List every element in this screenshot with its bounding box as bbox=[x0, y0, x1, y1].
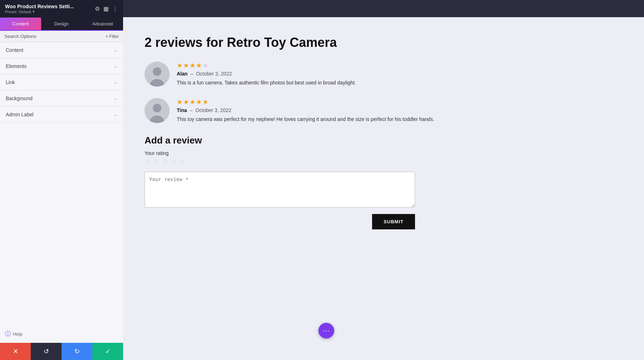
panel-header-icons: ⚙ ▦ ⋮ bbox=[95, 5, 118, 12]
review-content-1: ★ ★ ★ ★ ★ Alan – October 3, 2022 This is… bbox=[177, 62, 623, 87]
content-area: 2 reviews for Retro Toy Camera ★ ★ ★ ★ ★ bbox=[123, 17, 644, 360]
settings-icon[interactable]: ⚙ bbox=[95, 5, 100, 12]
chevron-down-icon: ⌄ bbox=[114, 80, 117, 85]
accordion-item-background[interactable]: Background ⌄ bbox=[0, 91, 123, 107]
add-review-title: Add a review bbox=[145, 135, 623, 146]
help-label: Help bbox=[13, 331, 23, 337]
star-filled: ★ bbox=[177, 98, 182, 106]
accordion-item-admin-label[interactable]: Admin Label ⌄ bbox=[0, 107, 123, 123]
svg-point-1 bbox=[153, 67, 161, 76]
left-panel: Woo Product Reviews Setti... Preset: Def… bbox=[0, 0, 123, 360]
chevron-down-icon: ⌄ bbox=[114, 64, 117, 69]
star-filled: ★ bbox=[190, 62, 195, 69]
review-text-1: This is a fun camera. Takes authentic fi… bbox=[177, 79, 623, 87]
add-review-section: Add a review Your rating ☆ ☆ ☆ ☆ ☆ SUBMI… bbox=[145, 135, 623, 229]
undo-button[interactable]: ↺ bbox=[31, 343, 62, 360]
avatar-2 bbox=[145, 98, 170, 123]
floating-dots-button[interactable]: ⋯ bbox=[318, 323, 334, 339]
panel-header: Woo Product Reviews Setti... Preset: Def… bbox=[0, 0, 123, 18]
rating-star-1[interactable]: ☆ bbox=[145, 157, 152, 167]
avatar-1 bbox=[145, 62, 170, 87]
star-filled: ★ bbox=[203, 98, 208, 106]
accordion-item-content[interactable]: Content ⌄ bbox=[0, 42, 123, 58]
accordion-item-link[interactable]: Link ⌄ bbox=[0, 74, 123, 91]
star-filled: ★ bbox=[177, 62, 182, 69]
star-filled: ★ bbox=[196, 62, 202, 69]
accordion-item-elements[interactable]: Elements ⌄ bbox=[0, 58, 123, 74]
chevron-down-icon: ⌄ bbox=[114, 48, 117, 53]
review-content-2: ★ ★ ★ ★ ★ Tina – October 3, 2022 This to… bbox=[177, 98, 623, 123]
more-icon[interactable]: ⋮ bbox=[112, 5, 118, 12]
main-area: 2 reviews for Retro Toy Camera ★ ★ ★ ★ ★ bbox=[123, 0, 644, 360]
submit-button[interactable]: SUBMIT bbox=[372, 214, 415, 229]
review-item-1: ★ ★ ★ ★ ★ Alan – October 3, 2022 This is… bbox=[145, 62, 623, 87]
accordion-list: Content ⌄ Elements ⌄ Link ⌄ Background ⌄… bbox=[0, 42, 123, 325]
search-bar: Search Options + Filter bbox=[0, 31, 123, 42]
star-empty: ★ bbox=[203, 62, 208, 69]
reviewer-name-2: Tina – October 3, 2022 bbox=[177, 107, 623, 113]
svg-point-4 bbox=[153, 104, 161, 112]
layout-icon[interactable]: ▦ bbox=[103, 5, 109, 12]
tab-advanced[interactable]: Advanced bbox=[82, 18, 123, 30]
reviews-title: 2 reviews for Retro Toy Camera bbox=[145, 35, 623, 50]
rating-label: Your rating bbox=[145, 150, 623, 156]
review-textarea[interactable] bbox=[145, 172, 415, 208]
help-icon: ⓘ bbox=[5, 330, 11, 338]
star-filled: ★ bbox=[196, 98, 202, 106]
filter-button[interactable]: + Filter bbox=[106, 34, 119, 39]
save-button[interactable]: ✓ bbox=[92, 343, 123, 360]
rating-star-3[interactable]: ☆ bbox=[162, 157, 169, 167]
rating-star-2[interactable]: ☆ bbox=[153, 157, 160, 167]
panel-title: Woo Product Reviews Setti... bbox=[5, 4, 74, 9]
star-row-2: ★ ★ ★ ★ ★ bbox=[177, 98, 623, 106]
redo-button[interactable]: ↻ bbox=[62, 343, 92, 360]
star-row-1: ★ ★ ★ ★ ★ bbox=[177, 62, 623, 69]
review-text-2: This toy camera was perfect for my nephe… bbox=[177, 115, 623, 123]
search-options-label: Search Options bbox=[4, 34, 36, 39]
chevron-down-icon: ⌄ bbox=[114, 96, 117, 101]
panel-header-left: Woo Product Reviews Setti... Preset: Def… bbox=[5, 4, 74, 14]
top-bar-right bbox=[123, 0, 644, 17]
tab-design[interactable]: Design bbox=[41, 18, 82, 30]
panel-preset[interactable]: Preset: Default ▾ bbox=[5, 9, 74, 14]
tabs-bar: Content Design Advanced bbox=[0, 18, 123, 31]
rating-star-5[interactable]: ☆ bbox=[179, 157, 186, 167]
chevron-down-icon: ⌄ bbox=[114, 112, 117, 117]
close-button[interactable]: ✕ bbox=[0, 343, 31, 360]
star-filled: ★ bbox=[190, 98, 195, 106]
submit-row: SUBMIT bbox=[145, 214, 415, 229]
bottom-bar: ✕ ↺ ↻ ✓ bbox=[0, 343, 123, 360]
review-item-2: ★ ★ ★ ★ ★ Tina – October 3, 2022 This to… bbox=[145, 98, 623, 123]
help-section[interactable]: ⓘ Help bbox=[0, 325, 123, 343]
reviewer-name-1: Alan – October 3, 2022 bbox=[177, 71, 623, 77]
tab-content[interactable]: Content bbox=[0, 18, 41, 30]
rating-stars: ☆ ☆ ☆ ☆ ☆ bbox=[145, 157, 623, 167]
star-filled: ★ bbox=[183, 62, 189, 69]
star-filled: ★ bbox=[183, 98, 189, 106]
rating-star-4[interactable]: ☆ bbox=[170, 157, 177, 167]
